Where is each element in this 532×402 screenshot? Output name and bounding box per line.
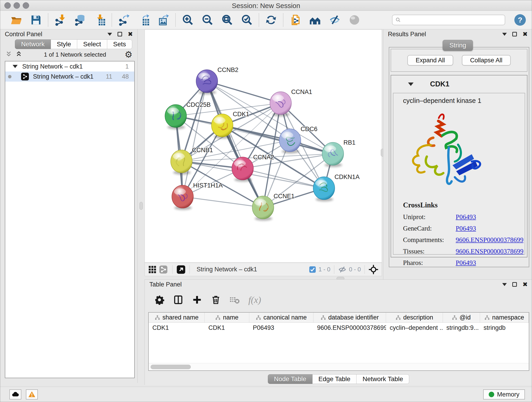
node-HIST1H1A[interactable] <box>172 185 193 210</box>
table-horizontal-scrollbar[interactable] <box>149 363 529 370</box>
network-label: String Network – cdk1 <box>33 73 94 80</box>
delete-column-icon[interactable] <box>211 295 221 305</box>
string-results-container: Expand All Collapse All CDK1 cyclin–depe… <box>389 47 529 267</box>
close-table-icon[interactable]: ✖ <box>522 281 528 288</box>
node-table[interactable]: shared namenamecanonical namedatabase id… <box>148 312 529 371</box>
tab-network[interactable]: Network <box>15 39 51 49</box>
help-button[interactable]: ? <box>514 14 526 26</box>
collection-expander-icon[interactable] <box>13 65 18 68</box>
crosslink-value-link[interactable]: 9606.ENSP00000378699 <box>456 236 524 244</box>
selected-nodes-checkbox-icon[interactable] <box>309 266 316 273</box>
warnings-button[interactable] <box>26 389 38 400</box>
network-row[interactable]: String Network – cdk1 11 48 <box>5 71 134 82</box>
import-table-from-file-button[interactable] <box>93 13 106 26</box>
zoom-in-button[interactable] <box>181 13 194 26</box>
gene-expander-icon[interactable] <box>408 83 413 86</box>
memory-button[interactable]: Memory <box>483 389 525 400</box>
import-network-from-database-button[interactable] <box>74 13 86 26</box>
cell[interactable]: cyclin–dependent ... <box>386 323 443 333</box>
zoom-out-button[interactable] <box>201 13 214 26</box>
search-input[interactable] <box>404 17 502 24</box>
expand-all-networks-icon[interactable] <box>15 51 22 58</box>
crosslink-value-link[interactable]: P06493 <box>456 225 476 232</box>
float-panel-icon[interactable] <box>108 33 112 36</box>
cell[interactable]: 9606.ENSP00000378699 <box>313 323 386 333</box>
close-results-icon[interactable]: ✖ <box>522 31 528 37</box>
tab-edge-table[interactable]: Edge Table <box>312 374 357 384</box>
network-canvas[interactable]: CCNB2CCNA1CDC25BCDK1CDC6RB1CCNB1CCNA2CDK… <box>145 29 382 263</box>
zoom-fit-content-button[interactable] <box>221 13 234 26</box>
cell[interactable]: CDK1 <box>149 323 205 333</box>
maximize-results-icon[interactable] <box>512 32 517 36</box>
maximize-panel-icon[interactable] <box>118 32 122 36</box>
table-row[interactable]: CDK1CDK1P064939606.ENSP00000378699cyclin… <box>149 323 529 333</box>
crosslink-value-link[interactable]: 9606.ENSP00000378699 <box>456 248 524 255</box>
crosslink-row: Compartments: 9606.ENSP00000378699 <box>403 236 520 244</box>
save-session-button[interactable] <box>30 13 42 26</box>
cell[interactable]: stringdb <box>480 323 529 333</box>
column-header-name[interactable]: name <box>205 313 249 322</box>
apply-preferred-layout-button[interactable] <box>265 13 278 26</box>
node-CCNB2[interactable] <box>196 70 218 95</box>
hidden-elements-icon[interactable] <box>338 265 347 274</box>
create-column-icon[interactable] <box>192 295 202 305</box>
toggle-panes-icon[interactable] <box>173 295 183 305</box>
export-network-button[interactable] <box>118 13 130 26</box>
vizmapper-button[interactable] <box>348 13 361 26</box>
node-CCNA1[interactable] <box>270 92 291 116</box>
network-view-title: String Network – cdk1 <box>196 266 309 273</box>
node-CCNB1[interactable] <box>171 150 192 175</box>
zoom-selected-button[interactable] <box>240 13 253 26</box>
cell[interactable]: CDK1 <box>205 323 249 333</box>
cloud-status-button[interactable] <box>9 389 21 400</box>
left-splitter-handle[interactable] <box>139 202 143 210</box>
collapse-all-button[interactable]: Collapse All <box>462 55 511 65</box>
column-header-shared-name[interactable]: shared name <box>149 313 205 322</box>
collapse-all-networks-icon[interactable] <box>5 51 12 58</box>
tab-sets[interactable]: Sets <box>107 39 132 49</box>
node-CDC6[interactable] <box>279 129 301 153</box>
show-hide-graphics-details-button[interactable] <box>328 13 341 26</box>
node-CDC25B[interactable] <box>165 104 186 129</box>
column-header-database-identifier[interactable]: database identifier <box>313 313 386 322</box>
clone-network-button[interactable] <box>289 13 302 26</box>
network-options-gear-icon[interactable]: ⚙ <box>125 50 133 59</box>
crosslink-value-link[interactable]: P06493 <box>456 213 476 221</box>
column-header-namespace[interactable]: namespace <box>480 313 529 322</box>
open-session-button[interactable] <box>10 13 23 26</box>
table-panel-tabs: Node TableEdge TableNetwork Table <box>268 374 409 384</box>
birdseye-view-icon[interactable] <box>176 265 186 274</box>
table-options-gear-icon[interactable] <box>154 295 165 305</box>
column-header--id[interactable]: @id <box>443 313 480 322</box>
node-CDK1[interactable] <box>211 114 233 139</box>
search-input-wrapper[interactable] <box>392 15 505 25</box>
scrollbar-thumb[interactable] <box>151 365 191 369</box>
gene-section-header[interactable]: CDK1 <box>391 75 527 93</box>
node-CDKN1A[interactable] <box>313 177 335 201</box>
cell[interactable]: stringdb:9... <box>443 323 480 333</box>
close-panel-icon[interactable]: ✖ <box>128 31 133 37</box>
crosslink-value-link[interactable]: P06493 <box>456 259 476 267</box>
export-table-button[interactable] <box>137 13 150 26</box>
tab-style[interactable]: Style <box>51 39 77 49</box>
network-list-icon[interactable] <box>159 265 168 274</box>
tab-network-table[interactable]: Network Table <box>356 374 409 384</box>
tab-node-table[interactable]: Node Table <box>268 374 312 384</box>
expand-all-button[interactable]: Expand All <box>407 55 453 65</box>
network-collection-row[interactable]: String Network – cdk1 1 <box>5 61 134 71</box>
grid-view-icon[interactable] <box>148 265 157 274</box>
tab-select[interactable]: Select <box>77 39 107 49</box>
export-image-button[interactable] <box>157 13 170 26</box>
column-header-canonical-name[interactable]: canonical name <box>249 313 313 322</box>
cell[interactable]: P06493 <box>249 323 313 333</box>
node-RB1[interactable] <box>322 142 344 167</box>
fit-selected-crosshair-icon[interactable] <box>368 264 379 274</box>
node-CCNE1[interactable] <box>252 196 274 221</box>
float-table-icon[interactable] <box>502 283 507 286</box>
column-header-description[interactable]: description <box>386 313 443 322</box>
show-welcome-screen-button[interactable] <box>309 13 322 26</box>
maximize-table-icon[interactable] <box>512 282 517 287</box>
tab-string[interactable]: String <box>443 40 473 51</box>
import-network-from-file-button[interactable] <box>54 13 67 26</box>
float-results-icon[interactable] <box>502 33 507 36</box>
